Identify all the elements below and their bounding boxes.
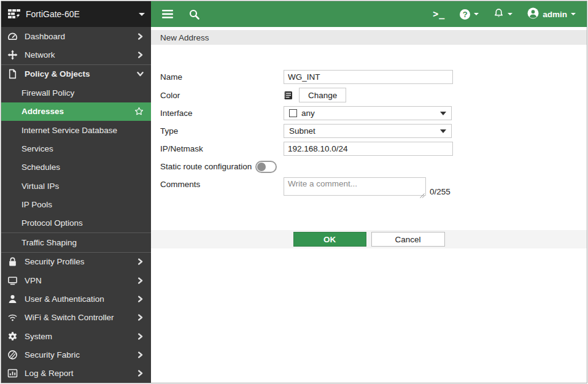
ip-netmask-label: IP/Netmask — [160, 144, 284, 153]
sidebar-item-policy-objects[interactable]: Policy & Objects — [1, 64, 151, 83]
notifications-menu[interactable] — [493, 8, 513, 21]
search-icon[interactable] — [189, 9, 199, 20]
chevron-right-icon — [137, 351, 144, 358]
sidebar-item-label: Firewall Policy — [21, 88, 144, 98]
chart-icon — [7, 368, 18, 378]
help-icon: ? — [460, 9, 470, 20]
sidebar-item-vpn[interactable]: VPN — [1, 271, 151, 290]
sidebar-item-label: Addresses — [21, 107, 134, 116]
device-name: FortiGate-60E — [26, 9, 139, 19]
monitor-icon — [7, 275, 18, 286]
sidebar-item-firewall-policy[interactable]: Firewall Policy — [1, 83, 151, 102]
name-label: Name — [160, 72, 284, 82]
sidebar-item-security-profiles[interactable]: Security Profiles — [1, 252, 151, 271]
sidebar-item-log-report[interactable]: Log & Report — [1, 364, 151, 383]
sidebar-item-addresses[interactable]: Addresses — [1, 102, 151, 121]
policy-icon — [7, 69, 18, 79]
sidebar-item-dashboard[interactable]: Dashboard — [1, 27, 151, 45]
main-area: >_ ? admin — [151, 1, 587, 383]
sidebar-item-label: Traffic Shaping — [21, 238, 144, 247]
sidebar-item-ip-pools[interactable]: IP Pools — [1, 195, 151, 213]
chevron-down-icon — [571, 13, 576, 15]
fortinet-logo-icon — [7, 9, 21, 20]
chevron-down-icon — [139, 13, 145, 16]
favorite-star-icon[interactable] — [134, 107, 144, 116]
sidebar-item-label: Log & Report — [25, 369, 137, 378]
sidebar-item-label: Policy & Objects — [25, 69, 137, 79]
sidebar-item-label: Internet Service Database — [21, 126, 144, 135]
chevron-right-icon — [137, 33, 144, 40]
sidebar-item-protocol-options[interactable]: Protocol Options — [1, 214, 151, 232]
sidebar: FortiGate-60E DashboardNetworkPolicy & O… — [1, 1, 151, 383]
chevron-down-icon — [137, 71, 144, 77]
hamburger-menu-icon[interactable] — [162, 10, 173, 18]
type-row: Type Subnet — [160, 124, 587, 138]
cli-console-icon[interactable]: >_ — [433, 9, 445, 20]
color-label: Color — [160, 91, 284, 100]
interface-value: any — [301, 109, 436, 118]
sidebar-item-traffic-shaping[interactable]: Traffic Shaping — [1, 232, 151, 252]
lock-icon — [7, 256, 18, 267]
static-route-toggle[interactable] — [255, 161, 277, 173]
sidebar-item-network[interactable]: Network — [1, 45, 151, 64]
chevron-right-icon — [137, 52, 144, 58]
sidebar-item-security-fabric[interactable]: Security Fabric — [1, 345, 151, 364]
fabric-icon — [7, 350, 18, 360]
admin-menu[interactable]: admin — [527, 7, 576, 21]
device-selector[interactable]: FortiGate-60E — [1, 1, 151, 27]
sidebar-item-label: Security Fabric — [25, 350, 137, 359]
sidebar-item-virtual-ips[interactable]: Virtual IPs — [1, 177, 151, 195]
sidebar-item-services[interactable]: Services — [1, 139, 151, 158]
ip-netmask-input[interactable] — [284, 142, 453, 156]
cancel-button[interactable]: Cancel — [371, 232, 445, 247]
interface-any-icon — [289, 109, 297, 117]
sidebar-item-user-authentication[interactable]: User & Authentication — [1, 290, 151, 308]
name-row: Name — [160, 70, 587, 84]
gauge-icon — [7, 31, 18, 42]
user-avatar-icon — [527, 7, 539, 21]
sidebar-menu: DashboardNetworkPolicy & ObjectsFirewall… — [1, 27, 151, 383]
sidebar-item-label: Security Profiles — [25, 257, 137, 266]
type-value: Subnet — [289, 126, 436, 136]
ip-netmask-row: IP/Netmask — [160, 142, 587, 156]
sidebar-item-internet-service-database[interactable]: Internet Service Database — [1, 121, 151, 139]
admin-label: admin — [543, 10, 567, 19]
chevron-down-icon — [440, 112, 446, 115]
name-input[interactable] — [284, 70, 453, 84]
sidebar-item-label: Network — [25, 50, 137, 60]
ok-button[interactable]: OK — [293, 232, 366, 247]
page-title: New Address — [151, 30, 587, 45]
static-route-row: Static route configuration — [160, 159, 587, 174]
app-window: FortiGate-60E DashboardNetworkPolicy & O… — [1, 1, 587, 383]
color-swatch-icon — [284, 91, 293, 100]
interface-label: Interface — [160, 109, 284, 118]
chevron-down-icon — [508, 13, 513, 15]
help-menu[interactable]: ? — [460, 9, 479, 20]
sidebar-item-label: Dashboard — [25, 32, 137, 41]
top-navbar: >_ ? admin — [151, 1, 587, 27]
sidebar-item-label: IP Pools — [21, 200, 144, 209]
sidebar-item-label: Protocol Options — [21, 218, 144, 228]
form-footer: OK Cancel — [151, 230, 587, 248]
sidebar-item-schedules[interactable]: Schedules — [1, 158, 151, 177]
new-address-form: Name Color Change Interface any Typ — [151, 45, 587, 201]
sidebar-item-label: VPN — [25, 276, 137, 285]
sidebar-item-label: WiFi & Switch Controller — [25, 313, 137, 322]
comments-textarea[interactable] — [284, 177, 426, 196]
chevron-right-icon — [137, 258, 144, 265]
type-select[interactable]: Subnet — [284, 124, 452, 138]
sidebar-item-label: System — [25, 332, 137, 341]
bell-icon — [493, 8, 504, 21]
interface-row: Interface any — [160, 106, 587, 120]
chevron-down-icon — [440, 129, 446, 133]
color-change-button[interactable]: Change — [299, 88, 346, 102]
sidebar-item-system[interactable]: System — [1, 327, 151, 345]
type-label: Type — [160, 126, 284, 136]
chevron-right-icon — [137, 333, 144, 340]
comments-char-counter: 0/255 — [430, 187, 451, 198]
chevron-right-icon — [137, 296, 144, 302]
chevron-right-icon — [137, 314, 144, 321]
sidebar-item-wifi-switch-controller[interactable]: WiFi & Switch Controller — [1, 309, 151, 327]
interface-select[interactable]: any — [284, 106, 452, 120]
sidebar-item-label: Services — [21, 144, 144, 153]
